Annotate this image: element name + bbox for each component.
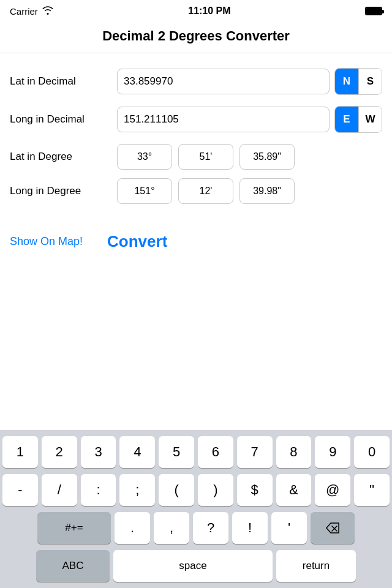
lat-degrees: 33° [117,144,172,170]
key-exclaim[interactable]: ! [232,512,268,544]
long-decimal-label: Long in Decimal [10,113,117,126]
keyboard-row-2: - / : ; ( ) $ & @ " [2,474,390,506]
keyboard-row-4: ABC space return [2,550,390,588]
long-minutes: 12' [178,178,233,204]
long-degrees: 151° [117,178,172,204]
key-comma[interactable]: , [154,512,189,544]
long-seconds: 39.98" [239,178,295,204]
form-area: Lat in Decimal N S Long in Decimal E W L… [0,53,392,222]
key-slash[interactable]: / [42,474,77,506]
key-9[interactable]: 9 [315,436,350,468]
key-5[interactable]: 5 [159,436,194,468]
key-at[interactable]: @ [315,474,350,506]
key-abc[interactable]: ABC [36,550,110,582]
carrier-label: Carrier [10,6,38,17]
battery-icon [365,7,382,15]
lat-decimal-row: Lat in Decimal N S [10,68,382,95]
lat-minutes: 51' [178,144,233,170]
key-4[interactable]: 4 [119,436,155,468]
key-hashplus[interactable]: #+= [37,512,111,544]
long-degree-label: Long in Degree [10,185,117,197]
keyboard-row-1: 1 2 3 4 5 6 7 8 9 0 [2,436,390,468]
key-colon[interactable]: : [81,474,116,506]
lat-decimal-input[interactable] [117,69,330,94]
lat-direction-buttons: N S [334,68,382,95]
status-bar: Carrier 11:10 PM [0,0,392,22]
lat-south-button[interactable]: S [358,69,382,94]
key-rparen[interactable]: ) [198,474,233,506]
convert-button[interactable]: Convert [107,232,167,251]
lat-seconds: 35.89" [239,144,295,170]
key-period[interactable]: . [115,512,150,544]
key-3[interactable]: 3 [81,436,116,468]
long-direction-buttons: E W [334,106,382,133]
lat-degree-label: Lat in Degree [10,151,117,163]
key-7[interactable]: 7 [237,436,273,468]
key-2[interactable]: 2 [42,436,77,468]
key-quote[interactable]: " [354,474,390,506]
key-apostrophe[interactable]: ' [271,512,307,544]
key-semicolon[interactable]: ; [119,474,155,506]
long-degree-fields: 151° 12' 39.98" [117,178,295,204]
key-lparen[interactable]: ( [159,474,194,506]
lat-degree-row: Lat in Degree 33° 51' 35.89" [10,144,382,170]
keyboard-row-3: #+= . , ? ! ' [2,512,390,544]
key-question[interactable]: ? [193,512,228,544]
long-degree-row: Long in Degree 151° 12' 39.98" [10,178,382,204]
lat-north-button[interactable]: N [335,69,358,94]
delete-key[interactable] [311,512,355,544]
long-west-button[interactable]: W [358,107,382,132]
show-map-button[interactable]: Show On Map! [10,235,83,248]
key-1[interactable]: 1 [2,436,38,468]
page-title: Decimal 2 Degrees Converter [0,22,392,53]
long-decimal-row: Long in Decimal E W [10,106,382,133]
key-8[interactable]: 8 [276,436,312,468]
key-minus[interactable]: - [2,474,38,506]
key-return[interactable]: return [276,550,356,582]
key-space[interactable]: space [113,550,273,582]
key-ampersand[interactable]: & [276,474,312,506]
keyboard: 1 2 3 4 5 6 7 8 9 0 - / : ; ( ) $ & @ " … [0,430,392,588]
actions-row: Show On Map! Convert [0,222,392,256]
key-dollar[interactable]: $ [237,474,273,506]
key-0[interactable]: 0 [354,436,390,468]
long-east-button[interactable]: E [335,107,358,132]
key-6[interactable]: 6 [198,436,233,468]
lat-degree-fields: 33° 51' 35.89" [117,144,295,170]
long-decimal-input[interactable] [117,107,330,132]
carrier-text: Carrier [10,6,54,17]
status-time: 11:10 PM [188,6,230,17]
wifi-icon [42,6,54,17]
lat-decimal-label: Lat in Decimal [10,75,117,88]
